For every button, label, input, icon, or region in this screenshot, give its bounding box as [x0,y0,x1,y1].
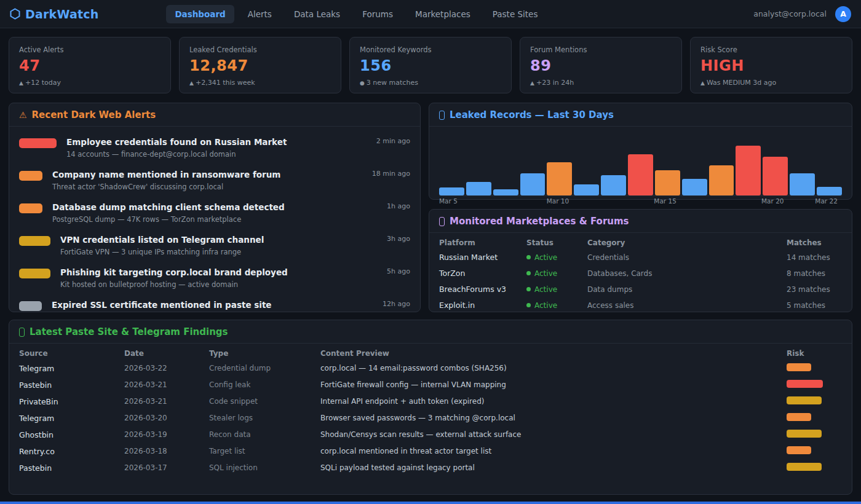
table-row[interactable]: Russian MarketActiveCredentials14 matche… [439,250,842,266]
findings-header-row: SourceDateTypeContent PreviewRisk [19,346,842,360]
matches-cell: 14 matches [787,250,842,266]
alert-body: Expired SSL certificate mentioned in pas… [52,300,375,312]
status-label: Active [534,269,557,278]
severity-badge-medium [19,236,50,246]
alert-row[interactable]: Database dump matching client schema det… [19,197,410,229]
chart-x-axis-labels: Mar 5Mar 10Mar 15Mar 20Mar 22 [439,196,842,205]
table-row[interactable]: Telegram2026-03-20Stealer logsBrowser sa… [19,410,842,427]
findings-panel: Latest Paste Site & Telegram Findings So… [9,320,852,495]
up-triangle-icon: ▲ [19,80,23,86]
hexagon-logo-icon [10,8,20,20]
date-cell: 2026-03-21 [124,394,209,409]
matches-cell: 8 matches [787,266,842,282]
alert-title: VPN credentials listed on Telegram chann… [60,235,379,245]
alert-row[interactable]: Phishing kit targeting corp.local brand … [19,262,410,294]
chart-bar [547,162,572,195]
alert-subtitle: Threat actor 'ShadowCrew' discussing cor… [52,183,365,191]
table-row[interactable]: BreachForums v3ActiveData dumps23 matche… [439,282,842,297]
stat-value: 156 [360,57,501,74]
date-cell: 2026-03-22 [124,361,209,376]
alert-row[interactable]: VPN credentials listed on Telegram chann… [19,229,410,262]
table-row[interactable]: Telegram2026-03-22Credential dumpcorp.lo… [19,360,842,377]
source-cell: Pastebin [19,377,124,393]
table-row[interactable]: Rentry.co2026-03-18Target listcorp.local… [19,443,842,460]
status-label: Active [534,285,557,294]
table-row[interactable]: TorZonActiveDatabases, Cards8 matches [439,266,842,282]
severity-badge-low [19,301,42,311]
chart-bar [709,165,734,195]
platform-name: TorZon [439,266,526,282]
marketplaces-header-row: PlatformStatusCategoryMatches [439,235,842,250]
up-triangle-icon: ▲ [530,80,534,86]
table-row[interactable]: Ghostbin2026-03-19Recon dataShodan/Censy… [19,427,842,443]
store-icon [439,217,445,226]
chart-bar [439,187,464,195]
risk-badge-medium [787,430,822,438]
alert-body: Company name mentioned in ransomware for… [52,170,365,191]
stat-label: Leaked Credentials [189,45,331,54]
up-triangle-icon: ▲ [700,80,705,86]
stat-value: 89 [530,57,672,74]
column-header: Content Preview [320,346,787,360]
preview-cell: corp.local — 14 email:password combos (S… [320,361,787,376]
leaked-records-chart-panel: Leaked Records — Last 30 Days Mar 5Mar 1… [429,103,852,200]
platform-name: Russian Market [439,250,526,266]
column-header: Date [124,346,209,360]
chart-panel-title: Leaked Records — Last 30 Days [450,109,614,120]
table-row[interactable]: Pastebin2026-03-21Config leakFortiGate f… [19,377,842,393]
preview-cell: Browser saved passwords — 3 matching @co… [320,411,787,426]
nav-item-marketplaces[interactable]: Marketplaces [407,5,479,23]
alert-list: Employee credentials found on Russian Ma… [9,127,420,312]
type-cell: Credential dump [209,361,320,376]
x-tick-label: Mar 10 [547,197,569,205]
date-cell: 2026-03-18 [124,444,209,459]
status-cell: Active [526,282,587,297]
risk-cell [787,427,842,443]
nav-item-data-leaks[interactable]: Data Leaks [285,5,349,23]
status-cell: Active [526,266,587,282]
stat-label: Forum Mentions [530,45,672,54]
status-dot-icon [526,271,531,275]
source-cell: Telegram [19,411,124,427]
alert-row[interactable]: Expired SSL certificate mentioned in pas… [19,294,410,312]
risk-cell [787,393,842,410]
alert-title: Employee credentials found on Russian Ma… [66,137,369,147]
status-label: Active [534,253,557,262]
type-cell: SQL injection [209,460,320,476]
avatar[interactable]: A [835,6,851,22]
alert-subtitle: 14 accounts — finance-dept@corp.local do… [66,150,369,159]
alert-timestamp: 12h ago [383,300,410,308]
matches-cell: 5 matches [787,298,842,313]
alert-row[interactable]: Employee credentials found on Russian Ma… [19,132,410,164]
type-cell: Config leak [209,377,320,393]
table-row[interactable]: Exploit.inActiveAccess sales5 matches [439,297,842,312]
top-navigation-bar: DarkWatch DashboardAlertsData LeaksForum… [0,0,861,28]
nav-item-alerts[interactable]: Alerts [239,5,280,23]
platform-name: BreachForums v3 [439,282,526,297]
preview-cell: Internal API endpoint + auth token (expi… [320,394,787,409]
stat-label: Risk Score [700,45,842,54]
table-row[interactable]: Pastebin2026-03-17SQL injectionSQLi payl… [19,460,842,476]
x-tick-label: Mar 5 [439,197,458,205]
alert-row[interactable]: Company name mentioned in ransomware for… [19,164,410,197]
nav-item-paste-sites[interactable]: Paste Sites [484,5,547,23]
severity-badge-high [19,171,42,181]
alert-body: Employee credentials found on Russian Ma… [66,137,369,159]
brand: DarkWatch [10,7,98,21]
date-cell: 2026-03-21 [124,377,209,393]
recent-alerts-panel: ⚠ Recent Dark Web Alerts Employee creden… [9,103,421,312]
up-triangle-icon: ▲ [189,80,194,86]
chart-bar [736,146,761,195]
x-tick-label: Mar 15 [654,197,676,205]
table-row[interactable]: PrivateBin2026-03-21Code snippetInternal… [19,393,842,410]
nav-item-dashboard[interactable]: Dashboard [166,5,234,23]
risk-badge-medium [787,463,822,471]
chart-bar [493,189,518,195]
chart-bar [628,154,653,195]
column-header: Matches [787,235,842,250]
column-header: Source [19,346,124,360]
nav-item-forums[interactable]: Forums [354,5,402,23]
document-icon [439,111,445,120]
stat-label: Monitored Keywords [360,45,501,54]
risk-badge-high [787,413,811,421]
